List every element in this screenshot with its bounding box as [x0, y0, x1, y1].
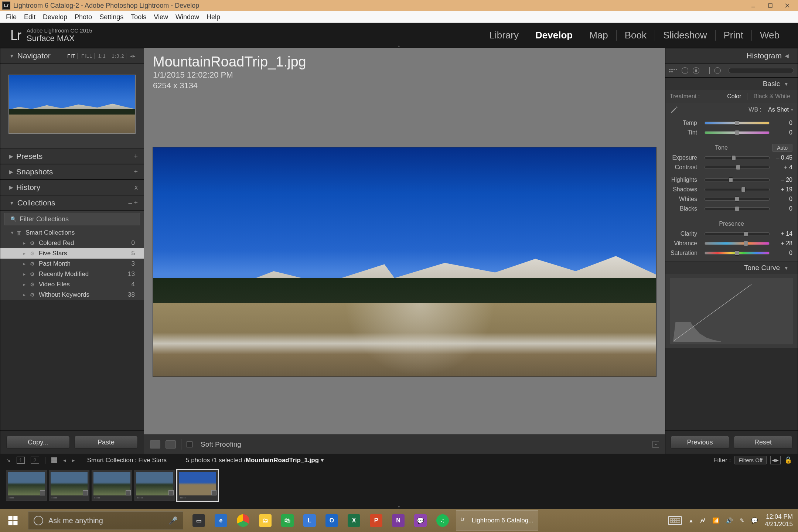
slider-whites[interactable]: Whites 0 [665, 194, 798, 204]
main-image-viewport[interactable] [153, 147, 656, 376]
snapshots-add-button[interactable]: + [134, 168, 138, 176]
auto-tone-button[interactable]: Auto [772, 144, 792, 152]
history-header[interactable]: ▶ History x [0, 180, 144, 195]
slider-highlights[interactable]: Highlights – 20 [665, 175, 798, 185]
slider-track[interactable] [705, 242, 770, 245]
module-book[interactable]: Book [617, 30, 655, 41]
histogram-header[interactable]: Histogram ◀ [665, 48, 798, 64]
menu-photo[interactable]: Photo [71, 11, 96, 23]
slider-tint[interactable]: Tint 0 [665, 128, 798, 137]
filmstrip-thumb[interactable]: ••••• [134, 470, 175, 501]
menu-edit[interactable]: Edit [20, 11, 39, 23]
slider-temp[interactable]: Temp 0 [665, 118, 798, 128]
lync-icon[interactable]: L [299, 510, 320, 531]
navigator-zoom-options[interactable]: FIT FILL 1:1 1:3.2 ◂▸ [65, 53, 138, 59]
microphone-icon[interactable]: 🎤 [168, 516, 178, 525]
navigator-header[interactable]: ▼ Navigator FIT FILL 1:1 1:3.2 ◂▸ [0, 48, 144, 64]
prev-photo-icon[interactable]: ◂ [63, 457, 66, 464]
wb-dropdown-icon[interactable]: ▾ [791, 108, 793, 112]
slider-blacks[interactable]: Blacks 0 [665, 204, 798, 214]
filmstrip-thumb[interactable]: ••••• [92, 470, 132, 501]
ie-icon[interactable]: e [211, 510, 231, 531]
filter-preset-dropdown-icon[interactable]: ◂▸ [770, 456, 781, 464]
collection-item[interactable]: ▸ ⚙ Video Files 4 [0, 279, 144, 290]
minimize-button[interactable] [745, 0, 762, 11]
messaging-icon[interactable]: 💬 [410, 510, 431, 531]
touch-keyboard-icon[interactable] [668, 516, 682, 525]
copy-button[interactable]: Copy... [6, 436, 70, 449]
taskbar-search-input[interactable]: Ask me anything 🎤 [28, 511, 183, 530]
slider-clarity[interactable]: Clarity + 14 [665, 229, 798, 239]
basic-header[interactable]: Basic ▼ [665, 78, 798, 90]
collection-item[interactable]: ▸ ⚙ Five Stars 5 [0, 248, 144, 259]
store-icon[interactable]: 🛍 [277, 510, 298, 531]
collections-add-button[interactable]: – + [128, 199, 138, 207]
menu-file[interactable]: File [2, 11, 20, 23]
filmstrip-thumb-selected[interactable]: ••••• [177, 470, 218, 501]
secondary-display-icon[interactable]: ↘ [6, 457, 11, 464]
radial-filter-tool-icon[interactable] [714, 67, 721, 74]
close-button[interactable] [779, 0, 796, 11]
main-window-button[interactable]: 1 [17, 457, 25, 464]
slider-shadows[interactable]: Shadows + 19 [665, 185, 798, 194]
tray-wifi-icon[interactable]: 📶 [712, 517, 719, 524]
reset-button[interactable]: Reset [734, 436, 792, 449]
slider-contrast[interactable]: Contrast + 4 [665, 163, 798, 172]
history-clear-button[interactable]: x [134, 184, 138, 191]
collection-item[interactable]: ▸ ⚙ Without Keywords 38 [0, 290, 144, 300]
redeye-tool-icon[interactable] [693, 67, 699, 74]
second-window-button[interactable]: 2 [31, 457, 39, 464]
slider-track[interactable] [705, 232, 770, 235]
filmstrip-thumb[interactable]: ••••• [6, 470, 47, 501]
slider-track[interactable] [705, 198, 770, 201]
slider-vibrance[interactable]: Vibrance + 28 [665, 239, 798, 248]
paste-button[interactable]: Paste [74, 436, 138, 449]
taskbar-clock[interactable]: 12:04 PM 4/21/2015 [765, 513, 793, 528]
tray-power-icon[interactable]: 🗲 [700, 518, 706, 524]
slider-track[interactable] [705, 156, 770, 159]
tone-curve-panel[interactable] [665, 274, 798, 348]
previous-button[interactable]: Previous [671, 436, 729, 449]
slider-track[interactable] [705, 178, 770, 181]
brush-size-slider[interactable] [728, 68, 794, 73]
next-photo-icon[interactable]: ▸ [72, 457, 75, 464]
top-panel-collapse-handle[interactable]: ▴ [392, 44, 406, 48]
module-web[interactable]: Web [752, 30, 788, 41]
maximize-button[interactable] [762, 0, 779, 11]
graduated-filter-tool-icon[interactable] [704, 67, 710, 74]
breadcrumb-collection[interactable]: Smart Collection : Five Stars [87, 457, 167, 464]
spotify-icon[interactable]: ♫ [432, 510, 453, 531]
menu-window[interactable]: Window [172, 11, 203, 23]
powerpoint-icon[interactable]: P [366, 510, 386, 531]
presets-add-button[interactable]: + [134, 153, 138, 160]
slider-exposure[interactable]: Exposure – 0.45 [665, 153, 798, 163]
filmstrip-collapse-handle[interactable]: ▾ [0, 505, 798, 509]
wb-eyedropper-icon[interactable] [670, 105, 679, 114]
collections-header[interactable]: ▼ Collections – + [0, 195, 144, 211]
task-view-icon[interactable]: ▭ [188, 510, 209, 531]
tray-overflow-icon[interactable]: ▲ [689, 518, 694, 524]
collection-item[interactable]: ▸ ⚙ Colored Red 0 [0, 238, 144, 248]
filmstrip[interactable]: ••••• ••••• ••••• ••••• ••••• [0, 466, 798, 505]
slider-track[interactable] [705, 207, 770, 210]
filter-lock-icon[interactable]: 🔓 [784, 456, 792, 464]
treatment-color[interactable]: Color [721, 93, 747, 100]
filmstrip-thumb[interactable]: ••••• [49, 470, 89, 501]
menu-view[interactable]: View [150, 11, 172, 23]
excel-icon[interactable]: X [344, 510, 364, 531]
snapshots-header[interactable]: ▶ Snapshots + [0, 164, 144, 180]
module-print[interactable]: Print [716, 30, 751, 41]
slider-track[interactable] [705, 166, 770, 169]
module-develop[interactable]: Develop [527, 30, 581, 41]
slider-track[interactable] [705, 122, 770, 125]
module-slideshow[interactable]: Slideshow [655, 30, 715, 41]
menu-help[interactable]: Help [203, 11, 224, 23]
slider-saturation[interactable]: Saturation 0 [665, 248, 798, 258]
collection-item[interactable]: ▸ ⚙ Recently Modified 13 [0, 269, 144, 279]
tone-curve-header[interactable]: Tone Curve ▼ [665, 262, 798, 274]
onenote-icon[interactable]: N [388, 510, 409, 531]
collections-filter-input[interactable]: 🔍 Filter Collections [4, 213, 140, 225]
chrome-icon[interactable] [233, 510, 253, 531]
filter-dropdown[interactable]: Filters Off [734, 456, 767, 464]
menu-develop[interactable]: Develop [39, 11, 71, 23]
